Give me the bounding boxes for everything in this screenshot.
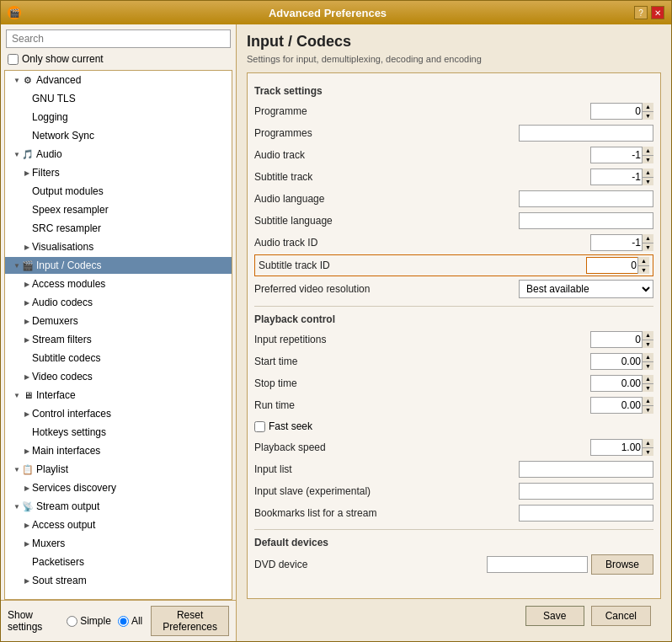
tree-item-subtitle-codecs[interactable]: Subtitle codecs xyxy=(5,349,232,367)
spin-up-subtitle-track[interactable]: ▲ xyxy=(643,169,653,178)
tree-item-logging[interactable]: Logging xyxy=(5,108,232,126)
tree-item-muxers[interactable]: Muxers xyxy=(5,534,232,553)
input-input-list[interactable] xyxy=(519,461,653,478)
spin-up-audio-track-id[interactable]: ▲ xyxy=(643,234,653,243)
tree-item-packetisers[interactable]: Packetisers xyxy=(5,553,232,571)
tree-item-control-interfaces[interactable]: Control interfaces xyxy=(5,404,232,423)
search-input[interactable] xyxy=(6,29,231,48)
spin-up-audio-track[interactable]: ▲ xyxy=(643,147,653,156)
spinner-programme[interactable]: ▲ ▼ xyxy=(590,103,653,120)
arrow-playlist xyxy=(12,466,22,473)
arrow-visualisations xyxy=(22,243,32,251)
spinner-btns-subtitle-track: ▲ ▼ xyxy=(642,169,653,185)
spin-up-input-repetitions[interactable]: ▲ xyxy=(643,331,653,340)
spinner-playback-speed[interactable]: ▲ ▼ xyxy=(590,439,653,456)
tree-item-services-discovery[interactable]: Services discovery xyxy=(5,479,232,497)
input-subtitle-language[interactable] xyxy=(519,212,653,229)
spin-down-start-time[interactable]: ▼ xyxy=(643,362,653,371)
tree-item-gnu-tls[interactable]: GNU TLS xyxy=(5,89,232,108)
spin-up-subtitle-track-id[interactable]: ▲ xyxy=(638,257,649,266)
tree-item-input-codecs[interactable]: 🎬 Input / Codecs xyxy=(5,256,232,275)
tree-item-stream-filters[interactable]: Stream filters xyxy=(5,330,232,349)
subtitle-codecs-label: Subtitle codecs xyxy=(32,352,100,364)
label-subtitle-track-id: Subtitle track ID xyxy=(259,259,586,271)
spin-down-subtitle-track-id[interactable]: ▼ xyxy=(638,266,649,275)
cancel-button[interactable]: Cancel xyxy=(591,606,651,626)
tree-item-main-interfaces[interactable]: Main interfaces xyxy=(5,441,232,460)
spin-up-start-time[interactable]: ▲ xyxy=(643,353,653,362)
spin-down-programme[interactable]: ▼ xyxy=(643,112,653,120)
spinner-input-repetitions[interactable]: ▲ ▼ xyxy=(590,331,653,348)
spinner-audio-track[interactable]: ▲ ▼ xyxy=(590,147,653,163)
simple-radio[interactable] xyxy=(67,616,77,627)
close-button[interactable]: ✕ xyxy=(651,6,664,19)
tree-item-stream-output[interactable]: 📡 Stream output xyxy=(5,497,232,516)
input-dvd-device[interactable] xyxy=(487,556,588,573)
all-radio[interactable] xyxy=(118,616,129,627)
spinner-stop-time[interactable]: ▲ ▼ xyxy=(590,375,653,392)
spinner-subtitle-track[interactable]: ▲ ▼ xyxy=(590,169,653,185)
spin-down-input-repetitions[interactable]: ▼ xyxy=(643,340,653,349)
spin-up-run-time[interactable]: ▲ xyxy=(643,397,653,406)
tree-item-visualisations[interactable]: Visualisations xyxy=(5,238,232,256)
spin-up-programme[interactable]: ▲ xyxy=(643,103,653,112)
tree-item-access-output[interactable]: Access output xyxy=(5,516,232,534)
settings-scroll[interactable]: Track settings Programme ▲ ▼ Programmes xyxy=(247,72,661,599)
simple-radio-label[interactable]: Simple xyxy=(67,615,111,627)
logging-label: Logging xyxy=(32,111,68,123)
panel-subtitle: Settings for input, demultiplexing, deco… xyxy=(247,54,661,64)
arrow-input-codecs xyxy=(12,262,22,270)
spin-up-playback-speed[interactable]: ▲ xyxy=(643,439,653,448)
tree-item-sout-stream[interactable]: Sout stream xyxy=(5,571,232,590)
main-interfaces-label: Main interfaces xyxy=(32,445,100,457)
input-audio-language[interactable] xyxy=(519,190,653,207)
input-input-slave[interactable] xyxy=(519,483,653,500)
label-audio-track: Audio track xyxy=(254,149,590,161)
tree-container[interactable]: ⚙ Advanced GNU TLS Logging xyxy=(4,70,232,600)
spin-down-audio-track-id[interactable]: ▼ xyxy=(643,243,653,252)
browse-dvd-button[interactable]: Browse xyxy=(591,554,653,575)
spin-up-stop-time[interactable]: ▲ xyxy=(643,375,653,384)
tree-item-audio-codecs[interactable]: Audio codecs xyxy=(5,293,232,312)
title-bar: 🎬 Advanced Preferences ? ✕ xyxy=(1,1,671,24)
tree-item-video-codecs[interactable]: Video codecs xyxy=(5,367,232,386)
save-button[interactable]: Save xyxy=(525,606,584,626)
all-radio-label[interactable]: All xyxy=(118,615,142,627)
spin-down-run-time[interactable]: ▼ xyxy=(643,406,653,415)
help-button[interactable]: ? xyxy=(634,6,648,19)
input-bookmarks-list[interactable] xyxy=(519,505,653,522)
checkbox-fast-seek[interactable] xyxy=(254,421,265,432)
tree-item-output-modules[interactable]: Output modules xyxy=(5,182,232,201)
tree-item-speex-resampler[interactable]: Speex resampler xyxy=(5,201,232,219)
content-area: Only show current ⚙ Advanced GNU TLS xyxy=(1,24,671,641)
tree-item-playlist[interactable]: 📋 Playlist xyxy=(5,460,232,479)
spin-down-playback-speed[interactable]: ▼ xyxy=(643,448,653,457)
services-discovery-label: Services discovery xyxy=(32,482,116,494)
spin-down-stop-time[interactable]: ▼ xyxy=(643,384,653,393)
spin-down-audio-track[interactable]: ▼ xyxy=(643,156,653,164)
tree-item-interface[interactable]: 🖥 Interface xyxy=(5,386,232,404)
stream-output-icon: 📡 xyxy=(22,500,34,512)
tree-item-filters[interactable]: Filters xyxy=(5,163,232,182)
tree-item-network-sync[interactable]: Network Sync xyxy=(5,126,232,145)
tree-item-demuxers[interactable]: Demuxers xyxy=(5,312,232,330)
arrow-services-discovery xyxy=(22,484,32,492)
tree-item-src-resampler[interactable]: SRC resampler xyxy=(5,219,232,238)
reset-preferences-button[interactable]: Reset Preferences xyxy=(151,606,229,636)
spinner-subtitle-track-id[interactable]: ▲ ▼ xyxy=(586,257,649,274)
tree-item-access-modules[interactable]: Access modules xyxy=(5,275,232,293)
radio-group: Simple All xyxy=(67,615,142,627)
spin-down-subtitle-track[interactable]: ▼ xyxy=(643,178,653,186)
select-preferred-video-resolution[interactable]: Best available 1080p 720p 480p xyxy=(519,280,653,298)
spinner-run-time[interactable]: ▲ ▼ xyxy=(590,397,653,414)
label-stop-time: Stop time xyxy=(254,377,590,389)
tree-item-audio[interactable]: 🎵 Audio xyxy=(5,145,232,163)
tree-item-advanced[interactable]: ⚙ Advanced xyxy=(5,71,232,89)
only-current-checkbox[interactable] xyxy=(8,54,19,65)
spinner-audio-track-id[interactable]: ▲ ▼ xyxy=(590,234,653,251)
window: 🎬 Advanced Preferences ? ✕ Only show cur… xyxy=(0,0,672,642)
stream-filters-label: Stream filters xyxy=(32,334,92,345)
spinner-start-time[interactable]: ▲ ▼ xyxy=(590,353,653,370)
tree-item-hotkeys-settings[interactable]: Hotkeys settings xyxy=(5,423,232,441)
input-programmes[interactable] xyxy=(519,125,653,142)
